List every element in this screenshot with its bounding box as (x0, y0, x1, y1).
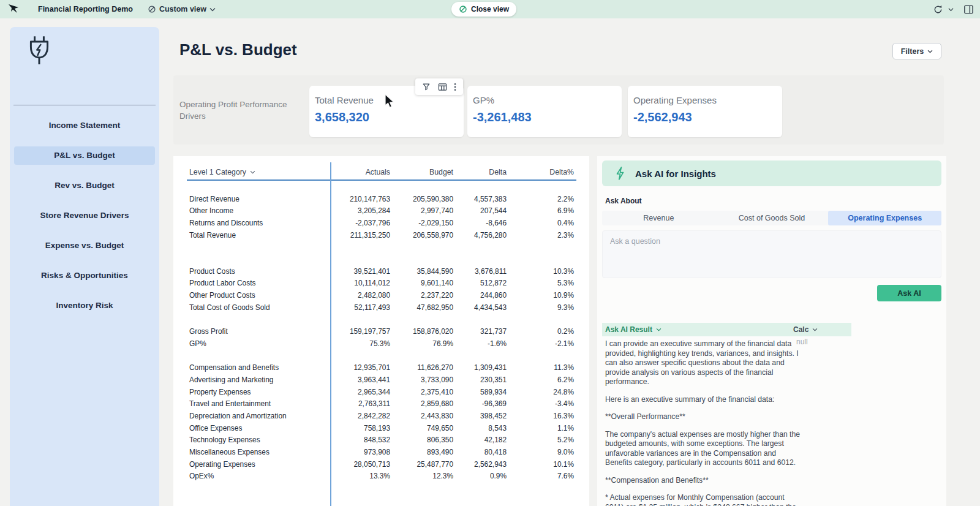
top-bar: Financial Reporting Demo Custom view Clo… (0, 0, 980, 18)
cell-value: 207,544 (453, 206, 507, 215)
table-row[interactable]: Total Revenue211,315,250206,558,9704,756… (173, 229, 589, 241)
ask-ai-button[interactable]: Ask AI (877, 285, 941, 301)
table-row[interactable]: Office Expenses758,193749,6508,5431.1% (173, 422, 589, 434)
table-spacer-row (173, 253, 589, 265)
refresh-chevron-down-icon[interactable] (948, 7, 954, 12)
cell-value: 47,682,950 (390, 303, 453, 312)
cell-value: 80,418 (453, 448, 507, 456)
table-row[interactable]: Direct Revenue210,147,763205,590,3804,55… (173, 193, 589, 205)
cell-value: 1.1% (507, 424, 574, 432)
refresh-button[interactable] (933, 4, 943, 15)
more-options-button[interactable] (454, 83, 456, 91)
column-header-delta-pct[interactable]: Delta% (507, 168, 574, 176)
kpi-band: Operating Profit Performance Drivers Tot… (173, 75, 944, 145)
sidebar-item-store-revenue-drivers[interactable]: Store Revenue Drivers (14, 206, 155, 225)
filter-button[interactable] (422, 83, 431, 91)
cell-value: 758,193 (331, 424, 390, 432)
close-view-button[interactable]: Close view (451, 2, 516, 17)
cell-value: 75.3% (331, 339, 390, 348)
cell-category: Product Labor Costs (173, 279, 331, 287)
cell-value: 6.9% (507, 206, 574, 215)
ask-about-tabs: RevenueCost of Goods SoldOperating Expen… (602, 211, 941, 225)
column-header-category[interactable]: Level 1 Category (173, 168, 331, 176)
cell-value: 9.3% (507, 303, 574, 312)
cell-value: 11,626,270 (390, 363, 453, 372)
filters-button[interactable]: Filters (892, 43, 941, 59)
column-header-budget[interactable]: Budget (390, 168, 453, 176)
table-row[interactable]: Compensation and Benefits12,935,70111,62… (173, 361, 589, 374)
view-mode-dropdown[interactable]: Custom view (148, 5, 216, 13)
cell-category: Operating Expenses (173, 460, 331, 469)
table-row[interactable]: Product Costs39,521,40135,844,5903,676,8… (173, 265, 589, 278)
cell-value: 848,532 (331, 436, 390, 444)
kpi-value: -2,562,943 (633, 110, 782, 124)
chevron-down-icon (656, 328, 662, 331)
chevron-down-icon (812, 328, 818, 331)
cell-value: 10.1% (507, 460, 574, 469)
kpi-value: -3,261,483 (473, 110, 622, 124)
table-row[interactable]: Miscellaneous Expenses973,908893,49080,4… (173, 446, 589, 458)
cell-value: 512,872 (453, 279, 507, 287)
cell-category: Travel and Entertainment (173, 399, 331, 408)
sidebar-item-inventory-risk[interactable]: Inventory Risk (14, 296, 155, 315)
sidebar-item-risks-opportunities[interactable]: Risks & Opportunities (14, 266, 155, 285)
ask-about-tab-cost-of-goods-sold[interactable]: Cost of Goods Sold (715, 211, 829, 225)
cell-value: 11.3% (507, 363, 574, 372)
cell-value: 28,050,713 (331, 460, 390, 469)
column-header-actuals[interactable]: Actuals (331, 168, 390, 176)
table-row[interactable]: Other Income3,205,2842,997,740207,5446.9… (173, 205, 589, 217)
cell-category: Direct Revenue (173, 195, 331, 203)
view-circle-slash-icon (148, 5, 156, 13)
lightning-bolt-icon (616, 167, 625, 180)
toggle-panel-button[interactable] (963, 4, 974, 15)
table-spacer-row (173, 350, 589, 362)
sidebar-item-expense-vs-budget[interactable]: Expense vs. Budget (14, 236, 155, 255)
table-row[interactable]: Travel and Entertainment2,763,3112,859,6… (173, 398, 589, 410)
ask-about-tab-operating-expenses[interactable]: Operating Expenses (828, 211, 941, 225)
table-row[interactable]: Gross Profit159,197,757158,876,020321,73… (173, 325, 589, 338)
cell-value: -2,037,796 (331, 219, 390, 227)
app-logo-bird-icon[interactable] (7, 3, 21, 15)
cell-category: Miscellaneous Expenses (173, 448, 331, 456)
table-row[interactable]: Product Labor Costs10,114,0129,601,14051… (173, 278, 589, 290)
table-row[interactable]: Operating Expenses28,050,71325,487,7702,… (173, 458, 589, 470)
cell-value: 76.9% (390, 339, 453, 348)
table-row[interactable]: Total Cost of Goods Sold52,117,49347,682… (173, 301, 589, 314)
cell-value: 12.3% (390, 472, 453, 480)
kpi-card[interactable]: Operating Expenses-2,562,943 (628, 86, 782, 137)
cell-value: 2,763,311 (331, 399, 390, 408)
cell-value: 42,182 (453, 436, 507, 444)
show-underlying-data-button[interactable] (438, 83, 447, 91)
cell-category: Advertising and Marketing (173, 376, 331, 384)
page-title: P&L vs. Budget (179, 40, 297, 59)
sidebar-item-income-statement[interactable]: Income Statement (14, 116, 155, 135)
ask-ai-title: Ask AI for Insights (635, 168, 716, 179)
ask-about-tab-revenue[interactable]: Revenue (602, 211, 715, 225)
cell-value: 2,965,344 (331, 388, 390, 396)
table-row[interactable]: OpEx%13.3%12.3%0.9%7.6% (173, 470, 589, 483)
question-input[interactable] (602, 230, 941, 278)
table-row[interactable]: Advertising and Marketing3,963,4413,733,… (173, 374, 589, 386)
table-row[interactable]: Returns and Discounts-2,037,796-2,029,15… (173, 217, 589, 229)
sidebar-item-rev-vs-budget[interactable]: Rev vs. Budget (14, 176, 155, 195)
table-row[interactable]: Technology Expenses848,532806,35042,1825… (173, 434, 589, 446)
calc-column-header[interactable]: Calc (793, 325, 818, 334)
column-header-delta[interactable]: Delta (453, 168, 507, 176)
cell-value: 210,147,763 (331, 195, 390, 203)
cell-value: 35,844,590 (390, 267, 453, 276)
ai-result-column-header[interactable]: Ask AI Result (602, 325, 793, 334)
kpi-band-label: Operating Profit Performance Drivers (179, 99, 299, 122)
table-row[interactable]: Other Product Costs2,482,0802,237,220244… (173, 289, 589, 301)
cell-value: 2,375,410 (390, 388, 453, 396)
cell-value: 2.3% (507, 231, 574, 240)
sidebar-item-p-l-vs-budget[interactable]: P&L vs. Budget (14, 146, 155, 165)
cell-value: 2,482,080 (331, 291, 390, 300)
cell-value: 2,859,680 (390, 399, 453, 408)
sidebar: Income StatementP&L vs. BudgetRev vs. Bu… (10, 27, 159, 506)
kpi-card[interactable]: GP%-3,261,483 (467, 86, 622, 137)
ai-result-paragraph: Here is an executive summary of the fina… (605, 395, 802, 405)
table-row[interactable]: Property Expenses2,965,3442,375,410589,9… (173, 386, 589, 398)
ask-ai-panel: Ask AI for Insights Ask About RevenueCos… (597, 156, 946, 506)
table-row[interactable]: GP%75.3%76.9%-1.6%-2.1% (173, 338, 589, 350)
table-row[interactable]: Depreciation and Amortization2,842,2822,… (173, 410, 589, 422)
